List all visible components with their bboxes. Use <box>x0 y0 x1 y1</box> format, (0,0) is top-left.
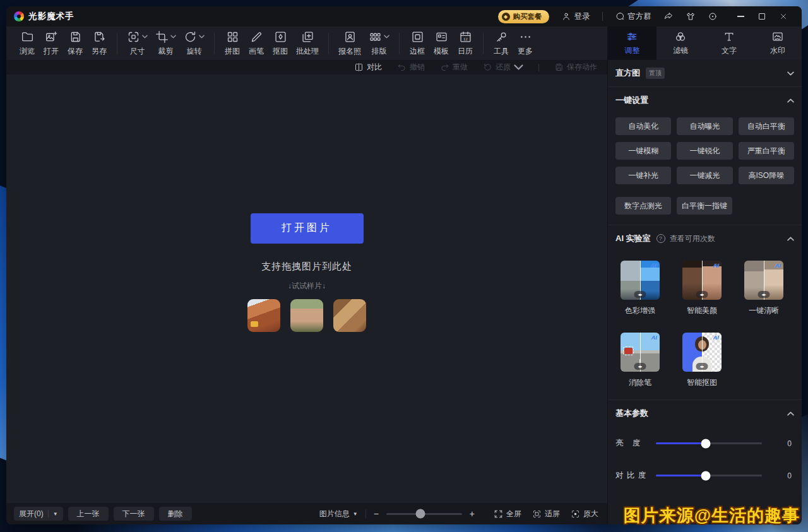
white-balance-one-key-button[interactable]: 白平衡一指键 <box>677 197 732 215</box>
tab-text[interactable]: 文字 <box>705 27 754 60</box>
toolbar-rotate[interactable]: 旋转 <box>180 27 208 60</box>
save-action-button[interactable]: 保存动作 <box>554 62 597 73</box>
toolbar-size[interactable]: 尺寸 <box>123 27 152 60</box>
redo-button[interactable]: 重做 <box>440 62 468 73</box>
onekey-section-header[interactable]: 一键设置 <box>615 87 794 114</box>
rotate-icon <box>184 30 197 44</box>
toolbar-save[interactable]: 保存 <box>63 27 87 60</box>
onekey-dim-light-button[interactable]: 一键减光 <box>677 167 732 184</box>
divider <box>365 509 366 518</box>
minimize-button[interactable] <box>730 6 751 27</box>
toolbar-template[interactable]: 模板 <box>429 27 453 60</box>
official-group-button[interactable]: 官方群 <box>615 11 652 22</box>
key-icon <box>495 30 508 44</box>
toolbar-collage[interactable]: 拼图 <box>220 27 244 60</box>
maximize-button[interactable] <box>751 6 773 27</box>
expand-filmstrip-button[interactable]: 展开(0) ▼ <box>14 507 63 521</box>
brightness-slider-knob[interactable] <box>701 439 710 448</box>
ai-smart-beauty[interactable]: AI ◂▸ 智能美颜 <box>682 261 722 316</box>
histogram-section-header[interactable]: 直方图 置顶 <box>615 60 794 86</box>
chevron-down-icon <box>170 35 176 38</box>
original-size-button[interactable]: 原大 <box>571 509 598 519</box>
ai-lab-section-header[interactable]: AI 实验室 ? 查看可用次数 <box>615 225 794 252</box>
zoom-out-button[interactable]: − <box>374 509 379 519</box>
toolbar-layout[interactable]: 排版 <box>365 27 393 60</box>
sample-image-flatlay[interactable] <box>333 299 366 332</box>
toolbar-save-as[interactable]: 另存 <box>87 27 111 60</box>
toolbar-crop[interactable]: 裁剪 <box>152 27 180 60</box>
ai-usage-link[interactable]: 查看可用次数 <box>670 233 715 244</box>
share-button[interactable] <box>663 11 674 21</box>
undo-button[interactable]: 撤销 <box>397 62 425 73</box>
buy-package-button[interactable]: ◆ 购买套餐 <box>498 10 549 23</box>
auto-beautify-button[interactable]: 自动美化 <box>615 117 671 135</box>
tab-adjust[interactable]: 调整 <box>608 27 656 60</box>
ai-color-enhance[interactable]: AI ◂▸ 色彩增强 <box>621 261 660 316</box>
canvas-drop-area[interactable]: 打开图片 支持拖拽图片到此处 ↓试试样片↓ <box>6 74 607 503</box>
compare-icon <box>354 62 364 72</box>
contrast-slider[interactable] <box>656 475 762 476</box>
ai-badge: AI <box>651 262 658 269</box>
id-photo-icon <box>343 30 357 44</box>
fit-screen-icon <box>532 509 542 519</box>
brightness-slider[interactable] <box>656 442 762 444</box>
settings-button[interactable] <box>708 11 718 21</box>
compare-button[interactable]: 对比 <box>354 62 382 73</box>
divider <box>328 33 329 54</box>
login-button[interactable]: 登录 <box>561 11 590 22</box>
close-button[interactable] <box>773 6 794 27</box>
zoom-slider[interactable] <box>386 513 462 515</box>
fit-screen-button[interactable]: 适屏 <box>532 509 560 519</box>
digital-spot-metering-button[interactable]: 数字点测光 <box>615 197 671 215</box>
compare-slider-icon: ◂▸ <box>696 291 708 298</box>
onekey-blur-button[interactable]: 一键模糊 <box>615 142 671 160</box>
onekey-fill-light-button[interactable]: 一键补光 <box>615 167 671 184</box>
divider <box>399 33 400 54</box>
open-image-button[interactable]: 打开图片 <box>251 213 364 244</box>
help-icon[interactable]: ? <box>656 234 665 243</box>
high-iso-denoise-button[interactable]: 高ISO降噪 <box>739 167 794 184</box>
zoom-in-button[interactable]: + <box>470 509 475 519</box>
ai-badge: AI <box>713 334 720 341</box>
next-image-button[interactable]: 下一张 <box>114 507 154 521</box>
severe-white-balance-button[interactable]: 严重白平衡 <box>739 142 794 160</box>
main-toolbar: 浏览 打开 保存 另存 尺寸 <box>6 27 802 60</box>
onekey-sharpen-button[interactable]: 一键锐化 <box>677 142 732 160</box>
sample-hint-text: ↓试试样片↓ <box>288 281 326 292</box>
toolbar-border[interactable]: 边框 <box>405 27 429 60</box>
toolbar-more[interactable]: 更多 <box>513 27 537 60</box>
toolbar-browse[interactable]: 浏览 <box>15 27 39 60</box>
toolbar-batch[interactable]: 批处理 <box>292 27 323 60</box>
contrast-slider-knob[interactable] <box>701 471 710 480</box>
ai-eraser-pen[interactable]: AI ◂▸ 消除笔 <box>621 333 660 388</box>
auto-white-balance-button[interactable]: 自动白平衡 <box>739 117 794 135</box>
sample-image-portrait[interactable] <box>290 299 323 332</box>
app-logo-icon <box>14 11 24 21</box>
toolbar-calendar[interactable]: 12 日历 <box>453 27 477 60</box>
fullscreen-button[interactable]: 全屏 <box>494 509 521 519</box>
divider <box>538 64 539 71</box>
sample-image-canyon[interactable] <box>247 299 280 332</box>
sub-toolbar: 对比 撤销 重做 还原 保存动作 <box>6 60 607 74</box>
toolbar-id-photo[interactable]: 报名照 <box>335 27 365 60</box>
ai-smart-cutout-thumb: AI ◂▸ <box>682 333 722 372</box>
chevron-up-icon <box>787 98 794 103</box>
toolbar-brush[interactable]: 画笔 <box>244 27 268 60</box>
delete-image-button[interactable]: 删除 <box>159 507 192 521</box>
toolbar-cutout[interactable]: 抠图 <box>268 27 292 60</box>
image-info-dropdown[interactable]: 图片信息 ▼ <box>319 509 358 519</box>
restore-button[interactable]: 还原 <box>483 62 523 73</box>
tab-filters[interactable]: 滤镜 <box>656 27 705 60</box>
theme-skin-button[interactable] <box>686 11 696 21</box>
ai-smart-cutout[interactable]: AI ◂▸ 智能抠图 <box>682 333 722 388</box>
zoom-slider-knob[interactable] <box>415 509 425 519</box>
toolbar-open[interactable]: 打开 <box>39 27 63 60</box>
basic-params-section-header[interactable]: 基本参数 <box>615 400 794 427</box>
ai-one-key-clarity[interactable]: AI ◂▸ 一键清晰 <box>744 261 783 316</box>
calendar-icon: 12 <box>459 30 472 44</box>
tab-watermark[interactable]: 水印 <box>753 27 802 60</box>
toolbar-tools[interactable]: 工具 <box>489 27 513 60</box>
pin-badge[interactable]: 置顶 <box>646 68 665 79</box>
auto-exposure-button[interactable]: 自动曝光 <box>677 117 732 135</box>
previous-image-button[interactable]: 上一张 <box>68 507 109 521</box>
